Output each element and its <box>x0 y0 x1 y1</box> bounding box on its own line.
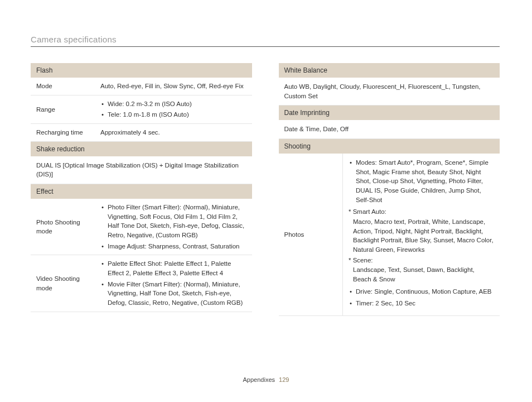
wb-table: Auto WB, Daylight, Cloudy, Fluorescent_H… <box>279 78 500 106</box>
list-item: Tele: 1.0 m-1.8 m (ISO Auto) <box>100 110 246 119</box>
cell-value: Auto WB, Daylight, Cloudy, Fluorescent_H… <box>279 78 500 106</box>
cell-value: Palette Effect Shot: Palette Effect 1, P… <box>95 255 252 312</box>
title-underline <box>31 46 500 47</box>
left-column: Flash Mode Auto, Red-eye, Fill in, Slow … <box>31 63 252 316</box>
content-columns: Flash Mode Auto, Red-eye, Fill in, Slow … <box>31 63 500 316</box>
list-item: Movie Filter (Smart Filter): (Normal), M… <box>100 280 246 308</box>
list-item: * Scene: Landscape, Text, Sunset, Dawn, … <box>349 256 494 284</box>
page-number: 129 <box>279 376 289 383</box>
cell-label: Photo Shooting mode <box>31 199 95 255</box>
cell-value: Approximately 4 sec. <box>95 124 252 142</box>
right-column: White Balance Auto WB, Daylight, Cloudy,… <box>279 63 500 316</box>
list-item: Wide: 0.2 m-3.2 m (ISO Auto) <box>100 99 246 109</box>
list-item: Photo Filter (Smart Filter): (Normal), M… <box>100 203 246 240</box>
cell-value: Auto, Red-eye, Fill in, Slow Sync, Off, … <box>95 78 252 95</box>
subnote-label: * Smart Auto: <box>349 207 494 217</box>
table-row: Photos Modes: Smart Auto*, Program, Scen… <box>279 154 500 316</box>
footer: Appendixes 129 <box>0 376 532 383</box>
page-title: Camera specifications <box>31 35 117 44</box>
date-table: Date & Time, Date, Off <box>279 120 500 139</box>
cell-value: Wide: 0.2 m-3.2 m (ISO Auto) Tele: 1.0 m… <box>95 95 252 123</box>
list-item: Timer: 2 Sec, 10 Sec <box>349 299 494 308</box>
cell-label: Photos <box>279 154 343 316</box>
cell-label: Recharging time <box>31 124 95 142</box>
subnote-body: Landscape, Text, Sunset, Dawn, Backlight… <box>349 265 494 284</box>
subnote-body: Macro, Macro text, Portrait, White, Land… <box>349 217 494 255</box>
section-shake: Shake reduction <box>31 142 252 156</box>
section-date: Date Imprinting <box>279 106 500 120</box>
footer-label: Appendixes <box>243 376 275 383</box>
section-flash: Flash <box>31 63 252 78</box>
shake-table: DUAL IS [Optical Image Stabilization (OI… <box>31 156 252 184</box>
shooting-table: Photos Modes: Smart Auto*, Program, Scen… <box>279 154 500 316</box>
subnote-label: * Scene: <box>349 256 494 265</box>
list-item: Drive: Single, Continuous, Motion Captur… <box>349 287 494 296</box>
section-effect: Effect <box>31 184 252 199</box>
cell-value: Photo Filter (Smart Filter): (Normal), M… <box>95 199 252 255</box>
list-item: * Smart Auto: Macro, Macro text, Portrai… <box>349 207 494 254</box>
list-item: Palette Effect Shot: Palette Effect 1, P… <box>100 259 246 277</box>
table-row: DUAL IS [Optical Image Stabilization (OI… <box>31 156 252 184</box>
list-item: Modes: Smart Auto*, Program, Scene*, Sim… <box>349 158 494 204</box>
table-row: Mode Auto, Red-eye, Fill in, Slow Sync, … <box>31 78 252 95</box>
cell-label: Video Shooting mode <box>31 255 95 312</box>
table-row: Date & Time, Date, Off <box>279 120 500 138</box>
table-row: Auto WB, Daylight, Cloudy, Fluorescent_H… <box>279 78 500 106</box>
cell-label: Range <box>31 95 95 123</box>
table-row: Recharging time Approximately 4 sec. <box>31 124 252 142</box>
table-row: Photo Shooting mode Photo Filter (Smart … <box>31 199 252 255</box>
table-row: Video Shooting mode Palette Effect Shot:… <box>31 255 252 312</box>
cell-value: DUAL IS [Optical Image Stabilization (OI… <box>31 156 252 184</box>
cell-value: Date & Time, Date, Off <box>279 120 500 138</box>
effect-table: Photo Shooting mode Photo Filter (Smart … <box>31 199 252 312</box>
flash-table: Mode Auto, Red-eye, Fill in, Slow Sync, … <box>31 78 252 142</box>
section-shooting: Shooting <box>279 139 500 154</box>
table-row: Range Wide: 0.2 m-3.2 m (ISO Auto) Tele:… <box>31 95 252 123</box>
cell-value: Modes: Smart Auto*, Program, Scene*, Sim… <box>343 154 500 316</box>
cell-label: Mode <box>31 78 95 95</box>
section-wb: White Balance <box>279 63 500 78</box>
list-item: Image Adjust: Sharpness, Contrast, Satur… <box>100 242 246 251</box>
